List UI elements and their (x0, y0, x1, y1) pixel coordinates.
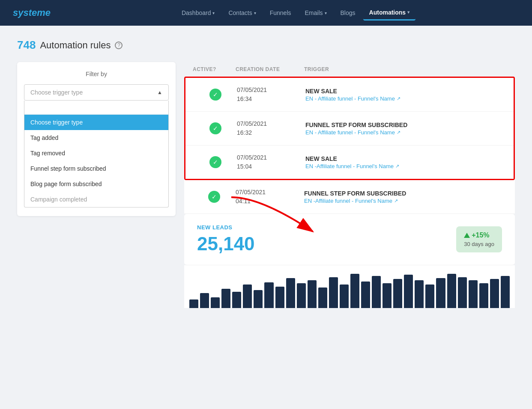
chart-bar (211, 297, 220, 308)
chevron-down-icon: ▾ (325, 11, 327, 15)
chart-bar (425, 285, 434, 308)
trigger-option-blog-page[interactable]: Blog page form subscribed (24, 176, 168, 192)
chart-bar (221, 289, 230, 308)
external-link-icon[interactable]: ↗ (395, 163, 399, 169)
chart-bar (308, 280, 317, 308)
chart-bar (275, 287, 284, 308)
chevron-down-icon: ▾ (212, 11, 215, 15)
nav-blogs[interactable]: Blogs (335, 6, 362, 20)
nav-funnels[interactable]: Funnels (264, 6, 297, 20)
trigger-option-tag-added[interactable]: Tag added (24, 130, 168, 145)
trigger-select-container: Choose trigger type ▲ Choose trigger typ… (24, 84, 169, 207)
trigger-search-input[interactable] (24, 101, 168, 115)
trigger-name: NEW SALE (305, 88, 505, 95)
triangle-up-icon (464, 233, 470, 238)
trigger-option-default[interactable]: Choose trigger type (24, 115, 168, 130)
nav-menu: Dashboard ▾ Contacts ▾ Funnels Emails ▾ … (72, 6, 519, 21)
chart-bar (264, 282, 273, 308)
header-trigger: TRIGGER (304, 66, 506, 72)
table-header: ACTIVE? CREATION DATE TRIGGER (184, 62, 515, 77)
trigger-sub: EN - Affiliate funnel - Funnel's Name ↗ (305, 129, 505, 136)
chart-bar (393, 279, 402, 308)
chart-bar (501, 276, 510, 308)
chart-bar (372, 276, 381, 308)
row-date: 07/05/2021 04:11 (236, 188, 304, 206)
chart-bar (404, 275, 413, 308)
nav-automations[interactable]: Automations ▾ (363, 6, 416, 21)
automation-count: 748 (17, 39, 36, 52)
new-leads-label: NEW LEADS (197, 224, 255, 231)
chart-bar (232, 292, 241, 308)
page-title: Automation rules (40, 40, 111, 51)
trigger-select-placeholder: Choose trigger type (30, 89, 83, 96)
chart-bar (286, 278, 295, 308)
nav-contacts[interactable]: Contacts ▾ (222, 6, 262, 20)
table-row: ✓ 07/05/2021 04:11 FUNNEL STEP FORM SUBS… (184, 180, 515, 214)
chart-bar (479, 283, 488, 308)
chart-bar (297, 283, 306, 308)
table-row: ✓ 07/05/2021 15:04 NEW SALE EN -Affiliat… (185, 145, 514, 179)
chart-bar (254, 290, 263, 308)
table-row: ✓ 07/05/2021 16:34 NEW SALE EN - Affilia… (185, 78, 514, 112)
trigger-option-tag-removed[interactable]: Tag removed (24, 145, 168, 161)
chart-bar (436, 278, 445, 308)
main-layout: Filter by Choose trigger type ▲ Choose t… (17, 62, 515, 308)
chart-bar (318, 287, 327, 308)
external-link-icon[interactable]: ↗ (397, 96, 400, 101)
trigger-sub: EN -Affiliate funnel - Funnel's Name ↗ (304, 198, 506, 204)
new-leads-value: 25,140 (197, 233, 255, 255)
chevron-down-icon: ▾ (407, 10, 409, 15)
external-link-icon[interactable]: ↗ (397, 130, 400, 135)
header-active: ACTIVE? (193, 66, 236, 72)
chart-bar (361, 282, 370, 308)
chart-bar (415, 280, 424, 308)
chart-area (184, 265, 515, 308)
chevron-up-icon: ▲ (157, 89, 162, 95)
new-leads-badge: +15% 30 days ago (456, 226, 502, 252)
brand-logo[interactable]: systeme (13, 7, 51, 18)
trigger-sub: EN -Affiliate funnel - Funnel's Name ↗ (305, 163, 505, 169)
active-check-icon: ✓ (208, 191, 220, 203)
row-date: 07/05/2021 16:34 (237, 86, 305, 104)
trigger-name: NEW SALE (305, 155, 505, 162)
filter-panel: Filter by Choose trigger type ▲ Choose t… (17, 62, 176, 216)
chart-bar (350, 274, 359, 308)
chart-bar (490, 279, 499, 308)
active-check-icon: ✓ (209, 122, 221, 134)
trigger-option-funnel-step[interactable]: Funnel step form subscribed (24, 161, 168, 176)
external-link-icon[interactable]: ↗ (394, 198, 398, 204)
chart-bar (340, 285, 349, 308)
badge-percent: +15% (464, 231, 494, 239)
trigger-sub: EN - Affiliate funnel - Funnel's Name ↗ (305, 95, 505, 102)
chart-bar (200, 293, 209, 308)
trigger-name: FUNNEL STEP FORM SUBSCRIBED (305, 122, 505, 128)
header-date: CREATION DATE (236, 66, 304, 72)
row-date: 07/05/2021 16:32 (237, 119, 305, 137)
new-leads-info: NEW LEADS 25,140 (197, 224, 255, 255)
page-content: 748 Automation rules ? Filter by Choose … (0, 26, 532, 321)
navbar: systeme Dashboard ▾ Contacts ▾ Funnels E… (0, 0, 532, 26)
trigger-option-campaign[interactable]: Campaign completed (24, 192, 168, 207)
table-row: ✓ 07/05/2021 16:32 FUNNEL STEP FORM SUBS… (185, 112, 514, 145)
chart-bar (189, 299, 198, 308)
table-area: ACTIVE? CREATION DATE TRIGGER ✓ 07/05/20… (184, 62, 515, 308)
filter-title: Filter by (24, 71, 169, 77)
trigger-dropdown: Choose trigger type Tag added Tag remove… (24, 101, 169, 207)
chart-bar (383, 283, 392, 308)
trigger-name: FUNNEL STEP FORM SUBSCRIBED (304, 190, 506, 197)
help-icon[interactable]: ? (115, 41, 123, 49)
chevron-down-icon: ▾ (254, 11, 256, 15)
chart-bar (447, 274, 456, 308)
nav-dashboard[interactable]: Dashboard ▾ (176, 6, 221, 20)
active-check-icon: ✓ (209, 156, 221, 168)
new-leads-widget: NEW LEADS 25,140 +15% 30 days ago (184, 214, 515, 265)
highlighted-rows: ✓ 07/05/2021 16:34 NEW SALE EN - Affilia… (184, 77, 515, 180)
page-title-row: 748 Automation rules ? (17, 39, 515, 52)
chart-bar (243, 285, 252, 308)
row-date: 07/05/2021 15:04 (237, 153, 305, 171)
nav-emails[interactable]: Emails ▾ (299, 6, 333, 20)
badge-period: 30 days ago (464, 241, 494, 247)
active-check-icon: ✓ (209, 89, 221, 101)
chart-bar (469, 280, 478, 308)
trigger-select-header[interactable]: Choose trigger type ▲ (24, 84, 169, 101)
